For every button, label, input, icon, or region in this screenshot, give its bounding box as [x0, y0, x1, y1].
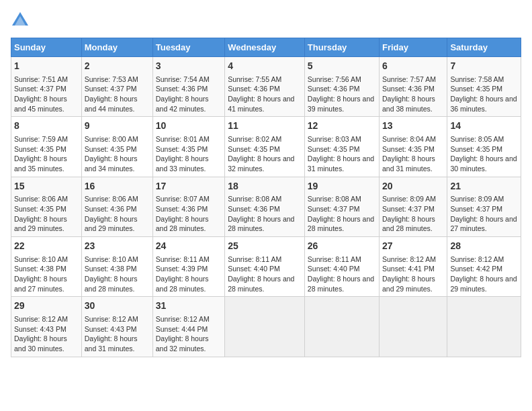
day-info: Sunrise: 7:53 AMSunset: 4:37 PMDaylight:…: [85, 75, 150, 114]
calendar-week-row: 15Sunrise: 8:06 AMSunset: 4:35 PMDayligh…: [11, 177, 521, 236]
day-info: Sunrise: 8:05 AMSunset: 4:35 PMDaylight:…: [450, 134, 518, 174]
calendar-cell: 29Sunrise: 8:12 AMSunset: 4:43 PMDayligh…: [11, 297, 82, 357]
calendar-cell: 11Sunrise: 8:02 AMSunset: 4:35 PMDayligh…: [225, 117, 305, 177]
calendar-cell: 3Sunrise: 7:54 AMSunset: 4:36 PMDaylight…: [152, 57, 224, 117]
calendar-table: SundayMondayTuesdayWednesdayThursdayFrid…: [11, 38, 521, 357]
day-info: Sunrise: 8:11 AMSunset: 4:40 PMDaylight:…: [228, 255, 302, 294]
day-number: 8: [14, 120, 79, 133]
day-number: 1: [14, 60, 79, 73]
day-number: 10: [156, 120, 222, 133]
day-number: 24: [156, 240, 222, 253]
day-number: 2: [85, 60, 150, 73]
calendar-cell: 28Sunrise: 8:12 AMSunset: 4:42 PMDayligh…: [447, 237, 521, 297]
day-number: 17: [156, 180, 222, 193]
day-info: Sunrise: 7:54 AMSunset: 4:36 PMDaylight:…: [156, 75, 222, 114]
day-info: Sunrise: 8:09 AMSunset: 4:37 PMDaylight:…: [382, 194, 444, 234]
day-info: Sunrise: 8:10 AMSunset: 4:38 PMDaylight:…: [14, 255, 79, 294]
day-info: Sunrise: 8:12 AMSunset: 4:42 PMDaylight:…: [450, 255, 518, 294]
day-number: 26: [308, 240, 376, 253]
calendar-cell: 16Sunrise: 8:06 AMSunset: 4:36 PMDayligh…: [81, 177, 152, 236]
calendar-week-row: 8Sunrise: 7:59 AMSunset: 4:35 PMDaylight…: [11, 117, 521, 177]
calendar-cell: 2Sunrise: 7:53 AMSunset: 4:37 PMDaylight…: [81, 57, 152, 117]
calendar-week-row: 1Sunrise: 7:51 AMSunset: 4:37 PMDaylight…: [11, 57, 521, 117]
calendar-cell: [304, 297, 379, 357]
day-number: 22: [14, 240, 79, 253]
day-number: 23: [85, 240, 150, 253]
day-info: Sunrise: 8:11 AMSunset: 4:39 PMDaylight:…: [156, 255, 222, 294]
day-info: Sunrise: 8:06 AMSunset: 4:36 PMDaylight:…: [85, 194, 150, 234]
calendar-cell: 17Sunrise: 8:07 AMSunset: 4:36 PMDayligh…: [152, 177, 224, 236]
calendar-cell: 6Sunrise: 7:57 AMSunset: 4:36 PMDaylight…: [380, 57, 447, 117]
day-number: 19: [308, 180, 376, 193]
day-number: 29: [14, 300, 79, 313]
day-number: 21: [450, 180, 518, 193]
day-info: Sunrise: 8:03 AMSunset: 4:35 PMDaylight:…: [308, 134, 376, 174]
column-header-tuesday: Tuesday: [152, 38, 224, 57]
column-header-sunday: Sunday: [11, 38, 82, 57]
calendar-cell: 24Sunrise: 8:11 AMSunset: 4:39 PMDayligh…: [152, 237, 224, 297]
day-info: Sunrise: 7:58 AMSunset: 4:35 PMDaylight:…: [450, 75, 518, 114]
day-info: Sunrise: 8:12 AMSunset: 4:43 PMDaylight:…: [14, 314, 79, 354]
day-info: Sunrise: 7:59 AMSunset: 4:35 PMDaylight:…: [14, 134, 79, 174]
calendar-header-row: SundayMondayTuesdayWednesdayThursdayFrid…: [11, 38, 521, 57]
calendar-cell: 12Sunrise: 8:03 AMSunset: 4:35 PMDayligh…: [304, 117, 379, 177]
calendar-cell: 30Sunrise: 8:12 AMSunset: 4:43 PMDayligh…: [81, 297, 152, 357]
day-number: 14: [450, 120, 518, 133]
calendar-cell: 27Sunrise: 8:12 AMSunset: 4:41 PMDayligh…: [380, 237, 447, 297]
column-header-friday: Friday: [380, 38, 447, 57]
day-number: 20: [382, 180, 444, 193]
day-info: Sunrise: 8:08 AMSunset: 4:36 PMDaylight:…: [228, 194, 302, 234]
calendar-cell: 8Sunrise: 7:59 AMSunset: 4:35 PMDaylight…: [11, 117, 82, 177]
calendar-cell: [225, 297, 305, 357]
calendar-cell: 31Sunrise: 8:12 AMSunset: 4:44 PMDayligh…: [152, 297, 224, 357]
calendar-week-row: 22Sunrise: 8:10 AMSunset: 4:38 PMDayligh…: [11, 237, 521, 297]
column-header-thursday: Thursday: [304, 38, 379, 57]
day-info: Sunrise: 7:51 AMSunset: 4:37 PMDaylight:…: [14, 75, 79, 114]
day-number: 6: [382, 60, 444, 73]
day-info: Sunrise: 8:12 AMSunset: 4:44 PMDaylight:…: [156, 314, 222, 354]
column-header-wednesday: Wednesday: [225, 38, 305, 57]
day-info: Sunrise: 8:07 AMSunset: 4:36 PMDaylight:…: [156, 194, 222, 234]
calendar-cell: 22Sunrise: 8:10 AMSunset: 4:38 PMDayligh…: [11, 237, 82, 297]
day-number: 28: [450, 240, 518, 253]
column-header-saturday: Saturday: [447, 38, 521, 57]
calendar-cell: 9Sunrise: 8:00 AMSunset: 4:35 PMDaylight…: [81, 117, 152, 177]
day-info: Sunrise: 8:00 AMSunset: 4:35 PMDaylight:…: [85, 134, 150, 174]
calendar-cell: 26Sunrise: 8:11 AMSunset: 4:40 PMDayligh…: [304, 237, 379, 297]
day-number: 27: [382, 240, 444, 253]
day-info: Sunrise: 8:04 AMSunset: 4:35 PMDaylight:…: [382, 134, 444, 174]
day-info: Sunrise: 8:08 AMSunset: 4:37 PMDaylight:…: [308, 194, 376, 234]
calendar-cell: 23Sunrise: 8:10 AMSunset: 4:38 PMDayligh…: [81, 237, 152, 297]
day-number: 30: [85, 300, 150, 313]
calendar-cell: 18Sunrise: 8:08 AMSunset: 4:36 PMDayligh…: [225, 177, 305, 236]
column-header-monday: Monday: [81, 38, 152, 57]
day-number: 15: [14, 180, 79, 193]
page-header: [11, 11, 521, 32]
day-number: 18: [228, 180, 302, 193]
day-info: Sunrise: 8:01 AMSunset: 4:35 PMDaylight:…: [156, 134, 222, 174]
calendar-cell: 20Sunrise: 8:09 AMSunset: 4:37 PMDayligh…: [380, 177, 447, 236]
day-number: 11: [228, 120, 302, 133]
day-info: Sunrise: 8:12 AMSunset: 4:41 PMDaylight:…: [382, 255, 444, 294]
calendar-cell: 25Sunrise: 8:11 AMSunset: 4:40 PMDayligh…: [225, 237, 305, 297]
calendar-cell: 14Sunrise: 8:05 AMSunset: 4:35 PMDayligh…: [447, 117, 521, 177]
day-info: Sunrise: 8:09 AMSunset: 4:37 PMDaylight:…: [450, 194, 518, 234]
day-info: Sunrise: 8:06 AMSunset: 4:35 PMDaylight:…: [14, 194, 79, 234]
day-number: 25: [228, 240, 302, 253]
calendar-cell: 10Sunrise: 8:01 AMSunset: 4:35 PMDayligh…: [152, 117, 224, 177]
calendar-cell: [380, 297, 447, 357]
day-info: Sunrise: 8:02 AMSunset: 4:35 PMDaylight:…: [228, 134, 302, 174]
calendar-cell: 21Sunrise: 8:09 AMSunset: 4:37 PMDayligh…: [447, 177, 521, 236]
logo-icon: [11, 11, 30, 32]
day-number: 13: [382, 120, 444, 133]
day-number: 31: [156, 300, 222, 313]
day-info: Sunrise: 8:10 AMSunset: 4:38 PMDaylight:…: [85, 255, 150, 294]
day-info: Sunrise: 7:56 AMSunset: 4:36 PMDaylight:…: [308, 75, 376, 114]
logo: [11, 11, 32, 32]
calendar-week-row: 29Sunrise: 8:12 AMSunset: 4:43 PMDayligh…: [11, 297, 521, 357]
day-number: 3: [156, 60, 222, 73]
day-info: Sunrise: 8:12 AMSunset: 4:43 PMDaylight:…: [85, 314, 150, 354]
calendar-cell: 4Sunrise: 7:55 AMSunset: 4:36 PMDaylight…: [225, 57, 305, 117]
calendar-cell: 1Sunrise: 7:51 AMSunset: 4:37 PMDaylight…: [11, 57, 82, 117]
day-number: 9: [85, 120, 150, 133]
